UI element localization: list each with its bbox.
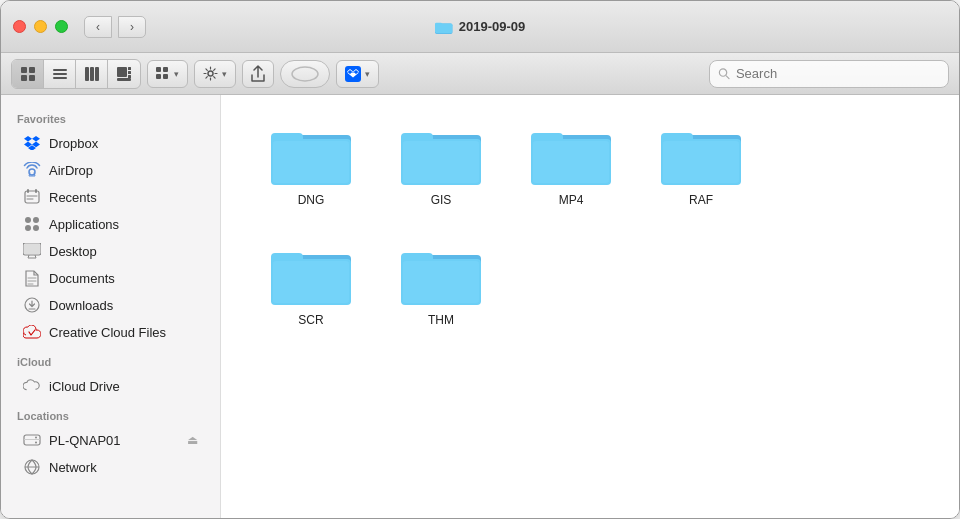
folder-icon	[401, 243, 481, 307]
gallery-icon	[116, 66, 132, 82]
forward-button[interactable]: ›	[118, 16, 146, 38]
window-title: 2019-09-09	[435, 19, 526, 34]
svg-rect-14	[128, 67, 131, 70]
icloud-label: iCloud	[1, 346, 220, 372]
dropbox-icon	[345, 66, 361, 82]
gallery-view-button[interactable]	[108, 60, 140, 88]
close-button[interactable]	[13, 20, 26, 33]
sidebar-item-creative-cloud[interactable]: Creative Cloud Files	[7, 319, 214, 345]
folder-scr[interactable]: SCR	[251, 235, 371, 335]
folder-label: THM	[428, 313, 454, 327]
downloads-icon	[23, 296, 41, 314]
tag-icon	[291, 66, 319, 82]
svg-rect-44	[273, 141, 349, 183]
view-group	[11, 59, 141, 89]
svg-point-32	[33, 225, 39, 231]
title-folder-icon	[435, 20, 453, 34]
svg-rect-28	[35, 189, 37, 193]
maximize-button[interactable]	[55, 20, 68, 33]
folder-icon	[531, 123, 611, 187]
svg-rect-10	[85, 67, 89, 81]
folder-icon	[271, 243, 351, 307]
svg-rect-13	[117, 67, 127, 77]
sidebar-item-downloads[interactable]: Downloads	[7, 292, 214, 318]
search-box[interactable]	[709, 60, 949, 88]
folder-mp4[interactable]: MP4	[511, 115, 631, 215]
svg-rect-20	[156, 74, 161, 79]
grid-icon	[20, 66, 36, 82]
svg-point-38	[35, 437, 37, 439]
documents-icon	[23, 269, 41, 287]
svg-rect-48	[403, 141, 479, 183]
svg-point-31	[25, 225, 31, 231]
traffic-lights	[13, 20, 68, 33]
search-input[interactable]	[736, 66, 940, 81]
sidebar-item-recents[interactable]: Recents	[7, 184, 214, 210]
folder-icon	[401, 123, 481, 187]
folder-icon	[271, 123, 351, 187]
titlebar: ‹ › 2019-09-09	[1, 1, 959, 53]
folder-raf[interactable]: RAF	[641, 115, 761, 215]
nav-buttons: ‹ ›	[84, 16, 146, 38]
action-dropdown[interactable]: ▾	[194, 60, 236, 88]
svg-point-22	[208, 71, 213, 76]
svg-rect-11	[90, 67, 94, 81]
sidebar-item-dropbox[interactable]: Dropbox	[7, 130, 214, 156]
action-dropdown-arrow: ▾	[222, 69, 227, 79]
title-label: 2019-09-09	[459, 19, 526, 34]
svg-point-23	[292, 67, 318, 81]
svg-rect-64	[403, 261, 479, 303]
file-area: DNG GIS	[221, 95, 959, 518]
svg-rect-18	[156, 67, 161, 72]
sidebar-item-icloud-drive[interactable]: iCloud Drive	[7, 373, 214, 399]
icloud-icon	[23, 377, 41, 395]
share-button[interactable]	[242, 60, 274, 88]
sidebar-item-label: Downloads	[49, 298, 113, 313]
column-view-button[interactable]	[76, 60, 108, 88]
sidebar-item-label: iCloud Drive	[49, 379, 120, 394]
finder-window: ‹ › 2019-09-09	[0, 0, 960, 519]
svg-point-30	[33, 217, 39, 223]
drive-icon	[23, 431, 41, 449]
folder-label: RAF	[689, 193, 713, 207]
svg-rect-52	[533, 141, 609, 183]
svg-rect-19	[163, 67, 168, 72]
folder-thm[interactable]: THM	[381, 235, 501, 335]
sidebar-item-network[interactable]: Network	[7, 454, 214, 480]
sidebar-item-pl-qnap01[interactable]: PL-QNAP01 ⏏	[7, 427, 214, 453]
chevron-right-icon: ›	[130, 20, 134, 34]
sidebar-item-label: Dropbox	[49, 136, 98, 151]
dropbox-button[interactable]: ▾	[336, 60, 379, 88]
desktop-icon	[23, 242, 41, 260]
minimize-button[interactable]	[34, 20, 47, 33]
list-view-button[interactable]	[44, 60, 76, 88]
toolbar: ▾ ▾	[1, 53, 959, 95]
back-button[interactable]: ‹	[84, 16, 112, 38]
svg-rect-5	[21, 75, 27, 81]
favorites-label: Favorites	[1, 103, 220, 129]
svg-rect-34	[24, 244, 40, 254]
sidebar-item-airdrop[interactable]: AirDrop	[7, 157, 214, 183]
sidebar-item-desktop[interactable]: Desktop	[7, 238, 214, 264]
icon-view-button[interactable]	[12, 60, 44, 88]
main-content: Favorites Dropbox	[1, 95, 959, 518]
sidebar-item-label: Recents	[49, 190, 97, 205]
group-dropdown[interactable]: ▾	[147, 60, 188, 88]
sidebar-item-documents[interactable]: Documents	[7, 265, 214, 291]
folder-label: MP4	[559, 193, 584, 207]
svg-rect-3	[21, 67, 27, 73]
group-dropdown-arrow: ▾	[174, 69, 179, 79]
svg-point-39	[35, 442, 37, 444]
eject-button[interactable]: ⏏	[187, 433, 198, 447]
folder-dng[interactable]: DNG	[251, 115, 371, 215]
sidebar-item-label: PL-QNAP01	[49, 433, 121, 448]
svg-rect-16	[128, 75, 131, 78]
sidebar-item-label: Applications	[49, 217, 119, 232]
sidebar-item-applications[interactable]: Applications	[7, 211, 214, 237]
tag-button[interactable]	[280, 60, 330, 88]
svg-rect-15	[128, 71, 131, 74]
folder-gis[interactable]: GIS	[381, 115, 501, 215]
creative-cloud-icon	[23, 323, 41, 341]
folder-label: DNG	[298, 193, 325, 207]
folder-label: SCR	[298, 313, 323, 327]
